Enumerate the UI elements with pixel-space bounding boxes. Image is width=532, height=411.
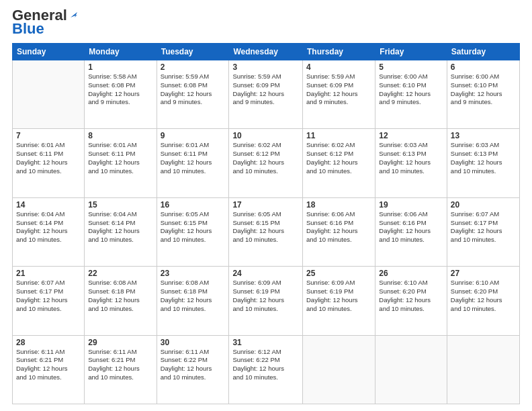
day-info: Sunrise: 6:06 AM Sunset: 6:16 PM Dayligh… — [379, 210, 443, 244]
day-info: Sunrise: 6:08 AM Sunset: 6:18 PM Dayligh… — [161, 279, 226, 313]
day-number: 5 — [379, 62, 443, 72]
day-info: Sunrise: 6:04 AM Sunset: 6:14 PM Dayligh… — [16, 210, 81, 244]
calendar-cell: 11Sunrise: 6:02 AM Sunset: 6:12 PM Dayli… — [303, 129, 375, 197]
day-number: 14 — [16, 200, 81, 210]
calendar-cell: 19Sunrise: 6:06 AM Sunset: 6:16 PM Dayli… — [375, 197, 447, 266]
day-number: 26 — [379, 269, 443, 278]
calendar-cell: 22Sunrise: 6:08 AM Sunset: 6:18 PM Dayli… — [85, 267, 157, 335]
header: General Blue — [12, 7, 520, 38]
day-info: Sunrise: 6:01 AM Sunset: 6:11 PM Dayligh… — [161, 141, 226, 175]
calendar-cell: 27Sunrise: 6:10 AM Sunset: 6:20 PM Dayli… — [447, 267, 519, 335]
day-info: Sunrise: 6:01 AM Sunset: 6:11 PM Dayligh… — [88, 141, 152, 175]
calendar-cell: 26Sunrise: 6:10 AM Sunset: 6:20 PM Dayli… — [375, 267, 447, 335]
day-number: 20 — [451, 200, 516, 210]
page: General Blue Sunday Monday Tuesday Wedne… — [0, 0, 532, 411]
calendar-cell: 5Sunrise: 6:00 AM Sunset: 6:10 PM Daylig… — [375, 60, 447, 129]
calendar-cell: 6Sunrise: 6:00 AM Sunset: 6:10 PM Daylig… — [447, 60, 519, 129]
calendar-cell: 29Sunrise: 6:11 AM Sunset: 6:21 PM Dayli… — [85, 335, 157, 404]
day-info: Sunrise: 6:09 AM Sunset: 6:19 PM Dayligh… — [306, 279, 371, 313]
day-info: Sunrise: 6:07 AM Sunset: 6:17 PM Dayligh… — [451, 210, 516, 244]
day-number: 8 — [88, 131, 152, 140]
day-info: Sunrise: 5:59 AM Sunset: 6:09 PM Dayligh… — [306, 73, 371, 107]
header-friday: Friday — [375, 44, 447, 60]
calendar-row: 28Sunrise: 6:11 AM Sunset: 6:21 PM Dayli… — [13, 335, 520, 404]
day-number: 7 — [16, 131, 81, 140]
calendar-cell: 3Sunrise: 5:59 AM Sunset: 6:09 PM Daylig… — [229, 60, 303, 129]
calendar-cell — [303, 335, 375, 404]
day-number: 25 — [306, 269, 371, 278]
day-number: 16 — [161, 200, 226, 210]
header-wednesday: Wednesday — [229, 44, 303, 60]
day-number: 18 — [306, 200, 371, 210]
calendar-cell: 7Sunrise: 6:01 AM Sunset: 6:11 PM Daylig… — [13, 129, 85, 197]
day-info: Sunrise: 6:02 AM Sunset: 6:12 PM Dayligh… — [232, 141, 299, 175]
day-info: Sunrise: 6:01 AM Sunset: 6:11 PM Dayligh… — [16, 141, 81, 175]
day-info: Sunrise: 6:03 AM Sunset: 6:13 PM Dayligh… — [379, 141, 443, 175]
day-info: Sunrise: 5:59 AM Sunset: 6:09 PM Dayligh… — [232, 73, 299, 107]
header-monday: Monday — [85, 44, 157, 60]
calendar-cell: 2Sunrise: 5:59 AM Sunset: 6:08 PM Daylig… — [157, 60, 229, 129]
day-number: 1 — [88, 62, 152, 72]
day-info: Sunrise: 6:11 AM Sunset: 6:22 PM Dayligh… — [161, 348, 226, 382]
logo-blue: Blue — [12, 20, 44, 38]
calendar-cell: 28Sunrise: 6:11 AM Sunset: 6:21 PM Dayli… — [13, 335, 85, 404]
header-tuesday: Tuesday — [157, 44, 229, 60]
calendar-cell — [447, 335, 519, 404]
day-info: Sunrise: 5:59 AM Sunset: 6:08 PM Dayligh… — [161, 73, 226, 107]
calendar-cell — [375, 335, 447, 404]
calendar-cell: 24Sunrise: 6:09 AM Sunset: 6:19 PM Dayli… — [229, 267, 303, 335]
day-number: 9 — [161, 131, 226, 140]
day-info: Sunrise: 6:04 AM Sunset: 6:14 PM Dayligh… — [88, 210, 152, 244]
calendar-cell: 16Sunrise: 6:05 AM Sunset: 6:15 PM Dayli… — [157, 197, 229, 266]
day-number: 13 — [451, 131, 516, 140]
day-info: Sunrise: 6:10 AM Sunset: 6:20 PM Dayligh… — [451, 279, 516, 313]
day-number: 22 — [88, 269, 152, 278]
day-number: 6 — [451, 62, 516, 72]
calendar-row: 14Sunrise: 6:04 AM Sunset: 6:14 PM Dayli… — [13, 197, 520, 266]
day-info: Sunrise: 6:09 AM Sunset: 6:19 PM Dayligh… — [232, 279, 299, 313]
calendar-cell: 25Sunrise: 6:09 AM Sunset: 6:19 PM Dayli… — [303, 267, 375, 335]
day-number: 27 — [451, 269, 516, 278]
day-number: 15 — [88, 200, 152, 210]
day-info: Sunrise: 6:05 AM Sunset: 6:15 PM Dayligh… — [161, 210, 226, 244]
day-number: 2 — [161, 62, 226, 72]
day-info: Sunrise: 6:00 AM Sunset: 6:10 PM Dayligh… — [451, 73, 516, 107]
calendar-cell: 17Sunrise: 6:05 AM Sunset: 6:15 PM Dayli… — [229, 197, 303, 266]
day-number: 12 — [379, 131, 443, 140]
day-info: Sunrise: 6:02 AM Sunset: 6:12 PM Dayligh… — [306, 141, 371, 175]
day-info: Sunrise: 6:06 AM Sunset: 6:16 PM Dayligh… — [306, 210, 371, 244]
calendar-row: 7Sunrise: 6:01 AM Sunset: 6:11 PM Daylig… — [13, 129, 520, 197]
day-info: Sunrise: 6:11 AM Sunset: 6:21 PM Dayligh… — [16, 348, 81, 382]
header-thursday: Thursday — [303, 44, 375, 60]
day-number: 17 — [232, 200, 299, 210]
calendar-cell: 30Sunrise: 6:11 AM Sunset: 6:22 PM Dayli… — [157, 335, 229, 404]
day-number: 29 — [88, 338, 152, 347]
calendar-row: 21Sunrise: 6:07 AM Sunset: 6:17 PM Dayli… — [13, 267, 520, 335]
day-number: 4 — [306, 62, 371, 72]
calendar-cell: 20Sunrise: 6:07 AM Sunset: 6:17 PM Dayli… — [447, 197, 519, 266]
calendar-cell: 23Sunrise: 6:08 AM Sunset: 6:18 PM Dayli… — [157, 267, 229, 335]
header-saturday: Saturday — [447, 44, 519, 60]
calendar-cell: 18Sunrise: 6:06 AM Sunset: 6:16 PM Dayli… — [303, 197, 375, 266]
day-number: 19 — [379, 200, 443, 210]
calendar-cell: 14Sunrise: 6:04 AM Sunset: 6:14 PM Dayli… — [13, 197, 85, 266]
calendar-header-row: Sunday Monday Tuesday Wednesday Thursday… — [13, 44, 520, 60]
header-sunday: Sunday — [13, 44, 85, 60]
calendar-cell: 8Sunrise: 6:01 AM Sunset: 6:11 PM Daylig… — [85, 129, 157, 197]
day-number: 31 — [232, 338, 299, 347]
calendar-cell: 13Sunrise: 6:03 AM Sunset: 6:13 PM Dayli… — [447, 129, 519, 197]
day-number: 10 — [232, 131, 299, 140]
day-info: Sunrise: 6:11 AM Sunset: 6:21 PM Dayligh… — [88, 348, 152, 382]
day-number: 30 — [161, 338, 226, 347]
day-info: Sunrise: 6:07 AM Sunset: 6:17 PM Dayligh… — [16, 279, 81, 313]
day-info: Sunrise: 6:08 AM Sunset: 6:18 PM Dayligh… — [88, 279, 152, 313]
day-number: 28 — [16, 338, 81, 347]
calendar-cell: 4Sunrise: 5:59 AM Sunset: 6:09 PM Daylig… — [303, 60, 375, 129]
calendar-cell: 12Sunrise: 6:03 AM Sunset: 6:13 PM Dayli… — [375, 129, 447, 197]
calendar-cell: 21Sunrise: 6:07 AM Sunset: 6:17 PM Dayli… — [13, 267, 85, 335]
day-info: Sunrise: 6:05 AM Sunset: 6:15 PM Dayligh… — [232, 210, 299, 244]
day-number: 23 — [161, 269, 226, 278]
day-number: 3 — [232, 62, 299, 72]
day-info: Sunrise: 6:03 AM Sunset: 6:13 PM Dayligh… — [451, 141, 516, 175]
calendar-cell: 9Sunrise: 6:01 AM Sunset: 6:11 PM Daylig… — [157, 129, 229, 197]
